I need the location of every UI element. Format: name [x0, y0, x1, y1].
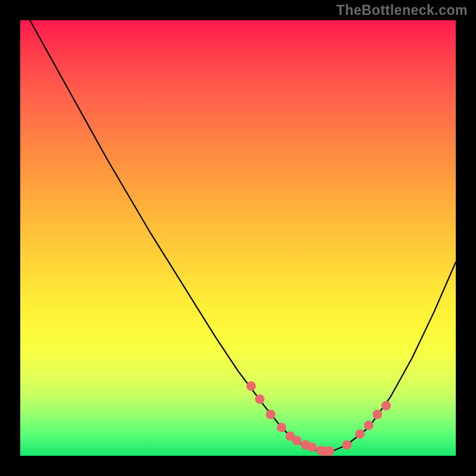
marker-point: [364, 421, 374, 430]
marker-point: [246, 381, 256, 391]
watermark-text: TheBottleneck.com: [336, 2, 468, 18]
marker-point: [372, 410, 382, 419]
marker-point: [292, 436, 302, 445]
marker-point: [381, 401, 391, 411]
marker-point: [355, 429, 365, 439]
chart-overlay: [20, 20, 456, 456]
marker-points: [246, 381, 391, 456]
bottleneck-curve: [20, 20, 456, 452]
marker-point: [325, 446, 334, 456]
marker-point: [255, 394, 265, 404]
chart-container: TheBottleneck.com: [0, 0, 476, 476]
marker-point: [266, 410, 275, 419]
marker-point: [307, 442, 317, 452]
marker-point: [277, 422, 286, 432]
marker-point: [342, 440, 352, 450]
